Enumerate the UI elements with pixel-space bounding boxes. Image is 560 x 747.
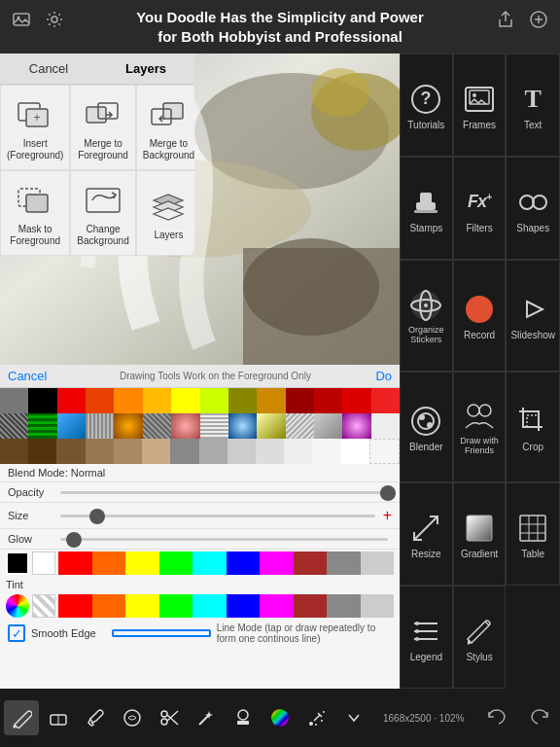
more-tools-button[interactable] (336, 700, 371, 735)
tint-swatch[interactable] (58, 594, 92, 618)
tint-swatch[interactable] (260, 594, 294, 618)
photo-icon[interactable] (10, 8, 33, 31)
stamps-button[interactable]: Stamps (400, 157, 453, 260)
layers-button[interactable]: Layers (136, 170, 194, 256)
texture-swatch[interactable] (57, 413, 86, 439)
tint-swatch[interactable] (361, 594, 395, 618)
texture-swatch[interactable] (286, 413, 314, 439)
color-swatch[interactable] (142, 439, 170, 464)
tint-swatch[interactable] (327, 594, 361, 618)
organize-stickers-button[interactable]: OrganizeStickers (400, 260, 453, 372)
line-mode-checkbox[interactable] (112, 629, 211, 637)
tint-color-wheel[interactable] (6, 594, 29, 618)
glow-track[interactable] (60, 538, 388, 541)
small-swatch[interactable] (92, 551, 126, 575)
draw-with-friends-button[interactable]: Draw withFriends (453, 372, 507, 483)
magic-wand-button[interactable] (189, 700, 224, 735)
color-swatch[interactable] (371, 388, 400, 413)
drawing-cancel-button[interactable]: Cancel (8, 369, 47, 383)
texture-swatch[interactable] (171, 413, 199, 439)
texture-swatch[interactable] (342, 413, 370, 439)
frames-button[interactable]: Frames (453, 53, 507, 157)
color-picker-button[interactable] (262, 700, 298, 735)
color-swatch[interactable] (284, 439, 312, 464)
size-track[interactable] (60, 515, 375, 517)
small-swatch[interactable] (260, 551, 294, 575)
record-button[interactable]: Record (453, 260, 507, 372)
scissors-tool-button[interactable] (152, 700, 187, 735)
texture-swatch[interactable] (28, 413, 56, 439)
filters-button[interactable]: Fx+ Filters (453, 157, 507, 260)
texture-swatch[interactable] (143, 413, 171, 439)
small-swatch[interactable] (6, 551, 29, 575)
stamp-tool-button[interactable] (226, 700, 261, 735)
table-button[interactable]: Table (506, 482, 560, 586)
stylus-button[interactable]: Stylus (453, 586, 507, 689)
color-swatch[interactable] (314, 388, 342, 413)
texture-swatch[interactable] (257, 413, 285, 439)
color-swatch[interactable] (114, 388, 142, 413)
change-background-button[interactable]: ChangeBackground (70, 170, 135, 256)
merge-to-background-button[interactable]: Merge toBackground (136, 85, 194, 170)
tint-swatch[interactable] (159, 594, 193, 618)
small-swatch[interactable] (327, 551, 361, 575)
small-swatch[interactable] (58, 551, 92, 575)
color-swatch[interactable] (56, 439, 85, 464)
gradient-button[interactable]: Gradient (453, 482, 507, 586)
mask-to-foreground-button[interactable]: Mask toForeground (0, 170, 70, 256)
drawing-do-button[interactable]: Do (375, 369, 392, 383)
smudge-tool-button[interactable] (115, 700, 150, 735)
color-swatch[interactable] (341, 439, 369, 464)
color-swatch[interactable] (86, 388, 114, 413)
texture-swatch[interactable] (314, 413, 342, 439)
small-swatch[interactable] (159, 551, 193, 575)
texture-swatch[interactable] (228, 413, 257, 439)
color-swatch[interactable] (114, 439, 142, 464)
color-swatch[interactable] (228, 439, 256, 464)
color-swatch[interactable] (86, 439, 114, 464)
share-icon[interactable] (494, 8, 517, 31)
shapes-button[interactable]: Shapes (506, 157, 560, 260)
eraser-tool-button[interactable] (41, 700, 76, 735)
size-thumb[interactable] (89, 509, 105, 524)
glow-thumb[interactable] (66, 532, 82, 548)
color-swatch[interactable] (0, 439, 28, 464)
insert-foreground-button[interactable]: + Insert(Foreground) (0, 85, 70, 170)
tint-swatch[interactable] (125, 594, 159, 618)
color-swatch[interactable] (228, 388, 257, 413)
color-swatch[interactable] (257, 388, 285, 413)
small-swatch[interactable] (294, 551, 328, 575)
texture-swatch[interactable] (86, 413, 114, 439)
opacity-track[interactable] (60, 491, 388, 494)
smooth-edge-checkbox[interactable]: ✓ (8, 624, 25, 642)
legend-button[interactable]: Legend (400, 586, 453, 689)
resize-button[interactable]: Resize (400, 482, 453, 586)
redo-button[interactable] (522, 700, 557, 735)
color-swatch[interactable] (143, 388, 171, 413)
small-swatch[interactable] (361, 551, 395, 575)
tint-swatch[interactable] (192, 594, 227, 618)
merge-to-foreground-button[interactable]: Merge toForeground (70, 85, 135, 170)
add-icon[interactable] (527, 8, 550, 31)
undo-button[interactable] (479, 700, 514, 735)
tutorials-button[interactable]: ? Tutorials (400, 53, 453, 157)
color-swatch[interactable] (312, 439, 340, 464)
color-swatch[interactable] (170, 439, 198, 464)
blender-button[interactable]: Blender (400, 372, 453, 483)
tint-swatch[interactable] (227, 594, 261, 618)
color-swatch[interactable] (28, 439, 56, 464)
small-swatch[interactable] (32, 551, 55, 575)
tint-swatch[interactable] (92, 594, 126, 618)
settings-icon[interactable] (43, 8, 66, 31)
small-swatch[interactable] (192, 551, 227, 575)
tint-transparent-swatch[interactable] (32, 594, 55, 618)
color-swatch[interactable] (200, 388, 228, 413)
color-swatch[interactable] (199, 439, 228, 464)
slideshow-button[interactable]: Slideshow (506, 260, 560, 372)
spray-tool-button[interactable] (299, 700, 334, 735)
eyedropper-tool-button[interactable] (78, 700, 113, 735)
color-swatch[interactable] (28, 388, 56, 413)
text-button[interactable]: T Text (506, 53, 560, 157)
opacity-thumb[interactable] (380, 485, 396, 501)
layers-cancel-button[interactable]: Cancel (0, 53, 97, 84)
